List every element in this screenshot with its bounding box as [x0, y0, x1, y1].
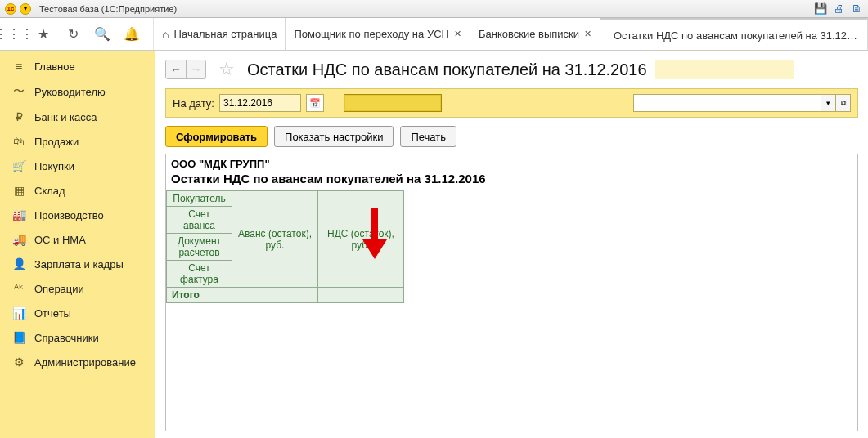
titlebar-right: 💾 🖨 🗎	[814, 2, 863, 16]
title-extra-field[interactable]	[655, 60, 794, 79]
report-title: Остатки НДС по авансам покупателей на 31…	[166, 170, 857, 190]
person-icon: 👤	[11, 257, 26, 270]
print-icon[interactable]: 🖨	[832, 2, 845, 16]
truck-icon: 🚚	[11, 233, 26, 246]
apps-icon[interactable]: ⋮⋮⋮	[5, 25, 23, 43]
gear-icon: ⚙	[11, 355, 26, 369]
sidebar: ≡Главное 〜Руководителю ₽Банк и касса 🛍Пр…	[0, 51, 155, 438]
row-header: Счет фактура	[167, 261, 232, 288]
sidebar-item-label: Продажи	[34, 136, 79, 148]
search-icon[interactable]: 🔍	[93, 25, 111, 43]
row-header: Счет аванса	[167, 207, 232, 234]
total-label: Итого	[167, 288, 232, 303]
combo-dropdown-button[interactable]: ▾	[821, 94, 836, 112]
favorite-icon[interactable]: ★	[34, 25, 52, 43]
toolbar-left: ⋮⋮⋮ ★ ↻ 🔍 🔔	[0, 18, 154, 50]
dk-icon: ᴬᵏ	[11, 282, 26, 295]
tab-home[interactable]: ⌂ Начальная страница	[154, 18, 286, 50]
tab-label: Банковские выписки	[479, 28, 579, 40]
action-bar: Сформировать Показать настройки Печать	[155, 119, 868, 152]
combo-open-button[interactable]: ⧉	[836, 94, 851, 112]
tab-label: Остатки НДС по авансам покупателей на 31…	[614, 29, 859, 42]
top-toolbar: ⋮⋮⋮ ★ ↻ 🔍 🔔 ⌂ Начальная страница Помощни…	[0, 18, 868, 51]
titlebar-left: 1c ▾ Тестовая база (1С:Предприятие)	[5, 3, 177, 15]
sidebar-item-purchases[interactable]: 🛒Покупки	[0, 154, 155, 178]
org-combo-input[interactable]	[633, 94, 821, 112]
document-icon[interactable]: 🗎	[850, 2, 863, 16]
report-table: Покупатель Аванс (остаток), руб. НДС (ос…	[166, 190, 404, 303]
book-icon: 📘	[11, 331, 26, 344]
close-icon[interactable]: ✕	[584, 29, 591, 39]
show-settings-button[interactable]: Показать настройки	[274, 126, 394, 147]
page-title: Остатки НДС по авансам покупателей на 31…	[247, 60, 647, 79]
sidebar-item-label: Справочники	[34, 332, 99, 344]
sidebar-item-bank[interactable]: ₽Банк и касса	[0, 105, 155, 129]
tab-usn[interactable]: Помощник по переходу на УСН ✕	[286, 18, 470, 50]
sidebar-item-label: Склад	[34, 185, 65, 197]
sidebar-item-label: Руководителю	[34, 86, 106, 98]
calendar-button[interactable]: 📅	[306, 94, 324, 112]
tab-bank[interactable]: Банковские выписки ✕	[470, 18, 600, 50]
sidebar-item-label: Отчеты	[34, 307, 71, 320]
sidebar-item-directories[interactable]: 📘Справочники	[0, 325, 155, 350]
print-button[interactable]: Печать	[400, 126, 456, 147]
sidebar-item-label: Производство	[34, 209, 104, 221]
favorite-button[interactable]: ☆	[216, 59, 237, 80]
run-button[interactable]: Сформировать	[165, 126, 268, 147]
row-header: Документ расчетов	[167, 234, 232, 261]
app-logo-icon: 1c	[5, 3, 16, 15]
ruble-icon: ₽	[11, 110, 26, 123]
back-button[interactable]: ←	[166, 60, 186, 78]
sidebar-item-production[interactable]: 🏭Производство	[0, 203, 155, 227]
date-input[interactable]	[219, 94, 301, 112]
sidebar-item-label: Банк и касса	[34, 111, 97, 123]
sidebar-item-warehouse[interactable]: ▦Склад	[0, 178, 155, 203]
sidebar-item-admin[interactable]: ⚙Администрирование	[0, 350, 155, 374]
bag-icon: 🛍	[11, 135, 26, 148]
chart-icon: 〜	[11, 84, 26, 99]
org-combo: ▾ ⧉	[633, 94, 851, 112]
menu-icon: ≡	[11, 60, 26, 73]
bell-icon[interactable]: 🔔	[123, 25, 141, 43]
report-area: ООО "МДК ГРУПП" Остатки НДС по авансам п…	[165, 154, 858, 431]
sidebar-item-label: Администрирование	[34, 356, 136, 369]
sidebar-item-sales[interactable]: 🛍Продажи	[0, 129, 155, 154]
tab-bar: ⌂ Начальная страница Помощник по переход…	[154, 18, 868, 50]
main-area: ≡Главное 〜Руководителю ₽Банк и касса 🛍Пр…	[0, 51, 868, 438]
sidebar-item-label: Главное	[34, 60, 75, 73]
history-icon[interactable]: ↻	[64, 25, 82, 43]
tab-vat-balances[interactable]: Остатки НДС по авансам покупателей на 31…	[600, 18, 868, 50]
sidebar-item-assets[interactable]: 🚚ОС и НМА	[0, 227, 155, 252]
sidebar-item-operations[interactable]: ᴬᵏОперации	[0, 276, 155, 301]
col-header: Аванс (остаток), руб.	[232, 191, 318, 288]
sidebar-item-label: ОС и НМА	[34, 234, 86, 246]
row-header: Покупатель	[167, 191, 232, 207]
sidebar-item-label: Покупки	[34, 160, 74, 172]
cart-icon: 🛒	[11, 159, 26, 172]
sidebar-item-reports[interactable]: 📊Отчеты	[0, 301, 155, 325]
sidebar-item-hr[interactable]: 👤Зарплата и кадры	[0, 252, 155, 276]
nav-buttons: ← →	[165, 60, 206, 79]
highlighted-field[interactable]	[344, 94, 442, 112]
col-header: НДС (остаток), руб.	[318, 191, 404, 288]
tab-label: Помощник по переходу на УСН	[294, 28, 449, 40]
app-menu-icon[interactable]: ▾	[20, 3, 31, 15]
content: ← → ☆ Остатки НДС по авансам покупателей…	[155, 51, 868, 438]
filter-bar: На дату: 📅 ▾ ⧉	[165, 88, 858, 118]
sidebar-item-label: Операции	[34, 283, 84, 295]
report-company: ООО "МДК ГРУПП"	[166, 154, 857, 170]
bar-chart-icon: 📊	[11, 306, 26, 320]
grid-icon: ▦	[11, 184, 26, 197]
sidebar-item-manager[interactable]: 〜Руководителю	[0, 78, 155, 105]
tab-label: Начальная страница	[174, 28, 277, 40]
total-row: Итого	[167, 288, 404, 303]
total-cell	[232, 288, 318, 303]
window-titlebar: 1c ▾ Тестовая база (1С:Предприятие) 💾 🖨 …	[0, 0, 868, 18]
factory-icon: 🏭	[11, 208, 26, 221]
sidebar-item-label: Зарплата и кадры	[34, 258, 124, 270]
forward-button[interactable]: →	[186, 60, 205, 78]
save-icon[interactable]: 💾	[814, 2, 827, 16]
window-title: Тестовая база (1С:Предприятие)	[39, 4, 177, 14]
sidebar-item-main[interactable]: ≡Главное	[0, 54, 155, 78]
close-icon[interactable]: ✕	[454, 29, 461, 39]
